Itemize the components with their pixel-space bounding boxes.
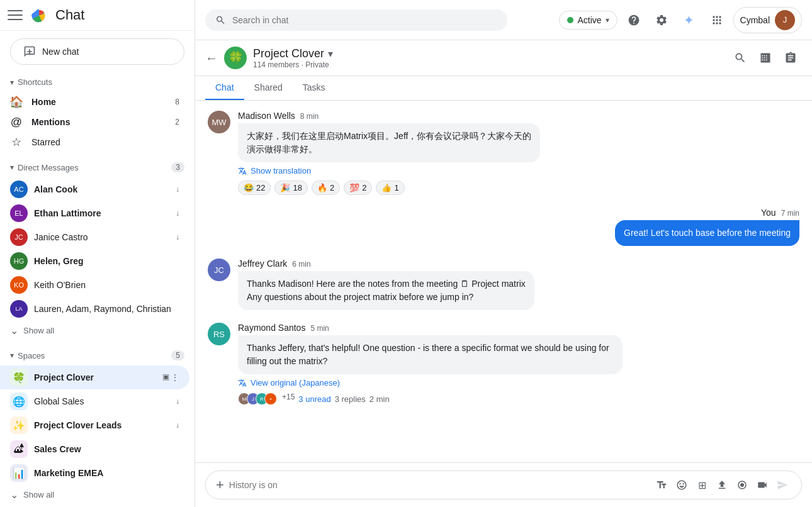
avatar-janice: JC — [10, 228, 28, 246]
msg-bubble-madison: 大家好，我们在这里启动Matrix项目。Jeff，你有会议记录吗？大家今天的演示… — [238, 123, 540, 162]
new-chat-label: New chat — [42, 47, 79, 57]
upload-button[interactable] — [713, 476, 731, 494]
gemini-button[interactable]: ✦ — [678, 9, 701, 31]
space-marketing-emea[interactable]: 📊 Marketing EMEA — [0, 461, 189, 485]
translate-raymond[interactable]: View original (Japanese) — [238, 378, 623, 387]
chat-title-area: Project Clover ▾ 114 members · Private — [253, 47, 723, 69]
dm-name-keith: Keith O'Brien — [34, 280, 179, 290]
space-global-sales[interactable]: 🌐 Global Sales ↓ — [0, 389, 189, 413]
status-button[interactable]: Active ▾ — [559, 11, 617, 30]
space-name-clover-leads: Project Clover Leads — [34, 420, 169, 430]
chat-header: ← 🍀 Project Clover ▾ 114 members · Priva… — [195, 40, 812, 76]
shortcuts-section-header[interactable]: ▾ Shortcuts — [0, 72, 195, 92]
msg-time-madison: 8 min — [300, 112, 319, 121]
reaction-party[interactable]: 🎉18 — [274, 181, 307, 195]
spaces-show-all-label: Show all — [23, 490, 54, 499]
msg-time-you: 7 min — [781, 209, 799, 218]
nav-starred[interactable]: ☆ Starred — [0, 132, 189, 152]
space-clover-actions: ▣ ⋮ — [162, 372, 179, 382]
dm-helen-greg[interactable]: HG Helen, Greg — [0, 249, 189, 273]
dm-keith-obrien[interactable]: KO Keith O'Brien — [0, 273, 189, 297]
dm-name-helen-greg: Helen, Greg — [34, 256, 179, 266]
space-project-clover[interactable]: 🍀 Project Clover ▣ ⋮ — [0, 365, 189, 389]
space-icon-clover-leads: ✨ — [10, 416, 28, 434]
starred-label: Starred — [31, 137, 179, 147]
add-button[interactable]: + — [216, 477, 224, 493]
nav-home[interactable]: 🏠 Home 8 — [0, 92, 189, 112]
help-button[interactable] — [623, 9, 645, 31]
translate-text-madison: Show translation — [251, 166, 311, 176]
nav-mentions[interactable]: @ Mentions 2 — [0, 112, 189, 132]
help-icon — [628, 14, 640, 26]
spaces-show-all[interactable]: ⌄ Show all — [0, 485, 195, 504]
space-video-icon[interactable]: ▣ — [162, 372, 169, 382]
dm-ethan-lattimore[interactable]: EL Ethan Lattimore ↓ — [0, 201, 189, 225]
shortcuts-label: Shortcuts — [18, 77, 52, 87]
dm-show-all[interactable]: ⌄ Show all — [0, 321, 195, 340]
user-profile-button[interactable]: Cymbal J — [733, 7, 802, 33]
space-icon-marketing: 📊 — [10, 464, 28, 482]
tab-tasks[interactable]: Tasks — [293, 76, 336, 100]
translate-madison[interactable]: Show translation — [238, 166, 540, 176]
user-avatar: J — [775, 10, 795, 30]
dm-badge-ethan: ↓ — [176, 209, 179, 218]
thread-info-raymond: M J R + +15 3 unread 3 replies 2 min — [238, 393, 623, 405]
reaction-thumbs[interactable]: 👍1 — [376, 181, 404, 195]
mention-button[interactable]: ⊞ — [693, 476, 711, 494]
msg-name-you: You — [761, 208, 776, 218]
search-input[interactable] — [232, 15, 497, 25]
main-content: Active ▾ ✦ Cymbal J ← 🍀 Project Clov — [195, 0, 812, 507]
back-button[interactable]: ← — [205, 51, 218, 65]
space-sales-crew[interactable]: 🏕 Sales Crew — [0, 437, 189, 461]
chat-title[interactable]: Project Clover ▾ — [253, 47, 723, 60]
tab-chat[interactable]: Chat — [205, 76, 244, 100]
record-button[interactable] — [733, 476, 751, 494]
dm-name-group: Lauren, Adam, Raymond, Christian — [34, 304, 179, 314]
chat-video-button[interactable] — [754, 47, 777, 69]
avatar-ethan: EL — [10, 204, 28, 222]
message-input[interactable] — [229, 480, 648, 490]
chat-tasks-button[interactable] — [779, 47, 802, 69]
format-text-button[interactable] — [653, 476, 670, 494]
spaces-label: Spaces — [18, 351, 45, 360]
dm-janice-castro[interactable]: JC Janice Castro ↓ — [0, 225, 189, 249]
chat-title-chevron: ▾ — [328, 48, 333, 60]
video-button[interactable] — [753, 476, 771, 494]
translate-icon — [238, 167, 247, 176]
avatar-madison: MW — [208, 111, 230, 133]
dm-alan-cook[interactable]: AC Alan Cook ↓ — [0, 177, 189, 201]
settings-button[interactable] — [650, 9, 673, 31]
search-bar[interactable] — [205, 9, 507, 31]
msg-bubble-raymond: Thanks Jeffery, that's helpful! One ques… — [238, 335, 623, 374]
new-chat-button[interactable]: New chat — [10, 38, 184, 65]
reaction-laugh[interactable]: 😂22 — [238, 181, 271, 195]
reaction-fire[interactable]: 🔥2 — [312, 181, 340, 195]
home-icon: 🏠 — [10, 96, 23, 108]
msg-content-you: You 7 min Great! Let's touch base before… — [615, 208, 799, 246]
space-more-icon[interactable]: ⋮ — [171, 372, 179, 382]
msg-name-jeffrey: Jeffrey Clark — [238, 259, 287, 269]
dm-section-header[interactable]: ▾ Direct Messages 3 — [0, 157, 195, 177]
spaces-section-header[interactable]: ▾ Spaces 5 — [0, 345, 195, 365]
reaction-100[interactable]: 💯2 — [344, 181, 372, 195]
dm-group-chat[interactable]: LA Lauren, Adam, Raymond, Christian — [0, 297, 189, 321]
apps-grid-button[interactable] — [706, 9, 728, 31]
msg-header-you: You 7 min — [615, 208, 799, 218]
emoji-button[interactable] — [673, 476, 691, 494]
chat-search-button[interactable] — [729, 47, 752, 69]
tasks-icon — [784, 52, 797, 64]
send-icon — [777, 479, 788, 491]
chat-title-text: Project Clover — [253, 47, 324, 60]
format-text-icon — [656, 479, 667, 491]
space-name-sales-crew: Sales Crew — [34, 444, 179, 454]
space-project-clover-leads[interactable]: ✨ Project Clover Leads ↓ — [0, 413, 189, 437]
thread-unread[interactable]: 3 unread — [298, 394, 330, 404]
dm-name-ethan: Ethan Lattimore — [34, 208, 169, 218]
hamburger-menu[interactable] — [8, 8, 23, 23]
avatar-raymond: RS — [208, 323, 230, 345]
msg-content-raymond: Raymond Santos 5 min Thanks Jeffery, tha… — [238, 323, 623, 405]
thread-avatars: M J R + +15 — [238, 393, 295, 405]
send-button[interactable] — [774, 476, 791, 494]
tab-shared[interactable]: Shared — [244, 76, 293, 100]
message-you: You 7 min Great! Let's touch base before… — [208, 208, 799, 246]
